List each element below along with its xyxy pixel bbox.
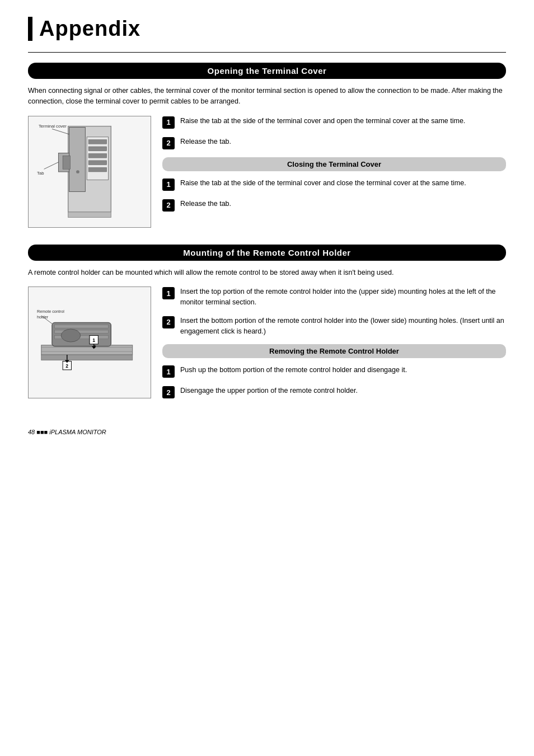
mount-step-num-1: 1 [162,287,175,299]
terminal-open-step-1: 1 Raise the tab at the side of the termi… [162,116,506,129]
svg-line-10 [52,129,69,134]
remote-holder-content: 1 2 Remote control holder 1 Insert the t… [28,287,506,406]
svg-text:Remote control: Remote control [37,310,64,314]
terminal-open-step-1-text: Raise the tab at the side of the termina… [180,116,465,126]
remote-mount-step-2-text: Insert the bottom portion of the remote … [180,316,506,337]
svg-text:1: 1 [92,337,95,343]
svg-text:2: 2 [65,363,68,369]
remove-step-num-1: 1 [162,365,175,378]
terminal-cover-steps: 1 Raise the tab at the side of the termi… [162,116,506,228]
remote-holder-title: Mounting of the Remote Control Holder [28,245,506,261]
mount-step-num-2: 2 [162,316,175,328]
svg-rect-6 [88,160,107,165]
footer: 48 ■■■ iPLASMA MONITOR [28,429,506,435]
terminal-close-step-1: 1 Raise the tab at the side of the termi… [162,178,506,191]
remote-holder-diagram: 1 2 Remote control holder [28,287,151,398]
step-num-1: 1 [162,116,175,129]
svg-point-24 [61,329,80,342]
terminal-cover-intro: When connecting signal or other cables, … [28,86,506,107]
remote-mount-step-1: 1 Insert the top portion of the remote c… [162,287,506,308]
close-step-num-1: 1 [162,179,175,191]
svg-rect-7 [88,167,107,172]
removing-remote-holder-title: Removing the Remote Control Holder [162,344,506,358]
remote-remove-step-1: 1 Push up the bottom portion of the remo… [162,365,506,378]
remote-holder-intro: A remote control holder can be mounted w… [28,267,506,278]
title-bar [28,17,32,41]
remote-remove-step-2-text: Disengage the upper portion of the remot… [180,386,358,396]
svg-text:Terminal cover: Terminal cover [39,124,67,129]
svg-line-12 [44,162,59,168]
terminal-close-step-2-text: Release the tab. [180,199,231,209]
svg-text:Tab: Tab [37,170,44,175]
svg-rect-4 [88,146,107,151]
terminal-cover-diagram: Terminal cover Tab [28,116,151,228]
closing-terminal-cover-title: Closing the Terminal Cover [162,157,506,171]
remote-remove-step-1-text: Push up the bottom portion of the remote… [180,365,407,375]
terminal-cover-section: Opening the Terminal Cover When connecti… [28,63,506,228]
terminal-cover-content: Terminal cover Tab 1 Raise the tab at th… [28,116,506,228]
svg-rect-17 [41,355,133,360]
svg-rect-5 [88,153,107,158]
remove-step-num-2: 2 [162,386,175,398]
step-num-2: 2 [162,137,175,149]
remote-remove-step-2: 2 Disengage the upper portion of the rem… [162,386,506,398]
remote-holder-section: Mounting of the Remote Control Holder A … [28,245,506,407]
svg-rect-21 [55,325,109,328]
terminal-close-step-2: 2 Release the tab. [162,199,506,212]
remote-mount-step-2: 2 Insert the bottom portion of the remot… [162,316,506,337]
terminal-close-step-1-text: Raise the tab at the side of the termina… [180,178,466,189]
page-title: Appendix [39,17,140,41]
terminal-open-step-2: 2 Release the tab. [162,137,506,149]
svg-text:holder: holder [37,315,49,320]
terminal-cover-title: Opening the Terminal Cover [28,63,506,79]
main-divider [28,52,506,53]
svg-rect-9 [63,156,70,169]
svg-rect-1 [69,127,86,191]
close-step-num-2: 2 [162,199,175,212]
svg-rect-3 [88,139,107,144]
page-title-wrapper: Appendix [28,17,506,41]
remote-mount-step-1-text: Insert the top portion of the remote con… [180,287,506,308]
remote-holder-steps: 1 Insert the top portion of the remote c… [162,287,506,406]
svg-rect-15 [68,212,111,217]
terminal-open-step-2-text: Release the tab. [180,137,231,147]
svg-point-14 [76,170,79,173]
